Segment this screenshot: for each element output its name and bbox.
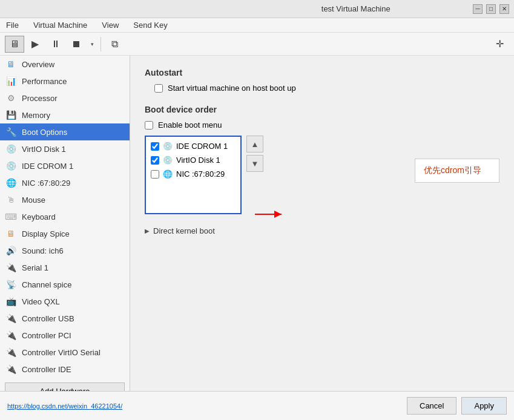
video-icon: 📺 xyxy=(5,295,17,307)
boot-device-virtio-disk-checkbox[interactable] xyxy=(151,156,159,165)
chevron-up-icon: ▲ xyxy=(251,140,259,149)
sidebar-item-keyboard[interactable]: ⌨ Keyboard xyxy=(0,208,130,225)
sidebar-item-display-spice-label: Display Spice xyxy=(22,229,70,238)
bottom-bar: https://blog.csdn.net/weixin_46221054/ C… xyxy=(0,391,514,420)
sidebar-item-controller-ide-label: Controller IDE xyxy=(22,365,71,374)
sidebar-item-performance[interactable]: 📊 Performance xyxy=(0,73,130,90)
ide-cdrom-icon: 💿 xyxy=(5,160,17,172)
boot-device-ide-cdrom-label: IDE CDROM 1 xyxy=(176,142,228,151)
direct-kernel-boot-label: Direct kernel boot xyxy=(153,226,215,235)
sidebar-item-video-qxl-label: Video QXL xyxy=(22,297,60,306)
sidebar-item-sound[interactable]: 🔊 Sound: ich6 xyxy=(0,242,130,259)
boot-device-virtio-disk-label: VirtIO Disk 1 xyxy=(176,156,220,165)
mouse-icon: 🖱 xyxy=(5,194,17,206)
bottom-bar-link[interactable]: https://blog.csdn.net/weixin_46221054/ xyxy=(7,402,122,410)
disk-device-icon: 💿 xyxy=(163,156,173,165)
sidebar-item-keyboard-label: Keyboard xyxy=(22,212,56,221)
enable-boot-menu-checkbox[interactable] xyxy=(145,121,153,130)
menu-bar: File Virtual Machine View Send Key xyxy=(0,18,514,33)
boot-device-nic-checkbox[interactable] xyxy=(151,170,159,179)
autostart-section: Autostart Start virtual machine on host … xyxy=(145,68,499,93)
main-area: 🖥 Overview 📊 Performance ⚙ Processor 💾 M… xyxy=(0,56,514,391)
toolbar-dropdown-btn[interactable]: ▾ xyxy=(87,36,97,53)
sidebar-item-controller-usb[interactable]: 🔌 Controller USB xyxy=(0,310,130,327)
sidebar-item-controller-pci[interactable]: 🔌 Controller PCI xyxy=(0,327,130,344)
sidebar-item-processor-label: Processor xyxy=(22,94,58,103)
sidebar-item-nic[interactable]: 🌐 NIC :67:80:29 xyxy=(0,174,130,191)
boot-device-arrows: ▲ ▼ xyxy=(246,136,263,172)
autostart-label: Start virtual machine on host boot up xyxy=(168,84,296,93)
toolbar-monitor-btn[interactable]: 🖥 xyxy=(5,36,24,53)
sound-icon: 🔊 xyxy=(5,244,17,257)
menu-send-key[interactable]: Send Key xyxy=(131,19,170,31)
maximize-button[interactable]: □ xyxy=(486,4,496,14)
direct-kernel-boot-row[interactable]: ▶ Direct kernel boot xyxy=(145,226,499,235)
boot-device-nic-label: NIC :67:80:29 xyxy=(176,169,225,179)
toolbar-stop-btn[interactable]: ⏹ xyxy=(67,36,86,53)
display-spice-icon: 🖥 xyxy=(5,228,17,240)
annotation-text: 优先cdrom引导 xyxy=(424,165,481,175)
boot-device-ide-cdrom-checkbox[interactable] xyxy=(151,142,159,151)
minimize-button[interactable]: ─ xyxy=(473,4,483,14)
sidebar-item-sound-label: Sound: ich6 xyxy=(22,246,64,255)
toolbar-separator xyxy=(100,37,101,51)
console-icon: ⧉ xyxy=(111,39,118,50)
sidebar-item-serial-label: Serial 1 xyxy=(22,263,48,272)
toolbar-play-btn[interactable]: ▶ xyxy=(25,36,45,53)
autostart-checkbox[interactable] xyxy=(154,84,163,93)
sidebar-item-controller-pci-label: Controller PCI xyxy=(22,331,71,340)
sidebar-item-nic-label: NIC :67:80:29 xyxy=(22,179,70,188)
red-arrow-indicator xyxy=(255,210,285,218)
sidebar-item-boot-options-label: Boot Options xyxy=(22,128,67,137)
menu-file[interactable]: File xyxy=(4,19,21,31)
sidebar-item-virtio-disk[interactable]: 💿 VirtIO Disk 1 xyxy=(0,140,130,157)
boot-options-icon: 🔧 xyxy=(5,126,17,138)
sidebar-item-boot-options[interactable]: 🔧 Boot Options xyxy=(0,123,130,140)
sidebar-item-memory[interactable]: 💾 Memory xyxy=(0,107,130,123)
sidebar-item-serial[interactable]: 🔌 Serial 1 xyxy=(0,259,130,276)
processor-icon: ⚙ xyxy=(5,92,17,104)
channel-icon: 📡 xyxy=(5,278,17,290)
stop-icon: ⏹ xyxy=(71,39,81,50)
cancel-button[interactable]: Cancel xyxy=(407,397,456,415)
toolbar-console-btn[interactable]: ⧉ xyxy=(105,36,124,53)
controller-ide-icon: 🔌 xyxy=(5,363,17,375)
move-down-button[interactable]: ▼ xyxy=(246,155,263,172)
enable-boot-menu-label: Enable boot menu xyxy=(158,120,222,130)
close-button[interactable]: ✕ xyxy=(499,4,509,14)
crosshair-icon: ✛ xyxy=(496,38,504,50)
serial-icon: 🔌 xyxy=(5,261,17,274)
sidebar-item-channel-spice[interactable]: 📡 Channel spice xyxy=(0,276,130,293)
sidebar-item-virtio-disk-label: VirtIO Disk 1 xyxy=(22,145,66,154)
toolbar-pause-btn[interactable]: ⏸ xyxy=(46,36,65,53)
boot-device-title: Boot device order xyxy=(145,105,499,114)
overview-icon: 🖥 xyxy=(5,58,17,70)
sidebar-item-mouse[interactable]: 🖱 Mouse xyxy=(0,191,130,208)
autostart-checkbox-row: Start virtual machine on host boot up xyxy=(154,84,499,93)
nic-icon: 🌐 xyxy=(5,177,17,189)
sidebar-item-controller-virtio-serial[interactable]: 🔌 Controller VirtIO Serial xyxy=(0,344,130,361)
sidebar: 🖥 Overview 📊 Performance ⚙ Processor 💾 M… xyxy=(0,56,130,391)
cdrom-device-icon: 💿 xyxy=(163,142,173,151)
sidebar-item-video-qxl[interactable]: 📺 Video QXL xyxy=(0,293,130,310)
triangle-collapsed-icon: ▶ xyxy=(145,228,150,234)
performance-icon: 📊 xyxy=(5,75,17,87)
sidebar-item-ide-cdrom[interactable]: 💿 IDE CDROM 1 xyxy=(0,157,130,174)
toolbar: 🖥 ▶ ⏸ ⏹ ▾ ⧉ ✛ xyxy=(0,33,514,56)
move-up-button[interactable]: ▲ xyxy=(246,136,263,153)
menu-virtual-machine[interactable]: Virtual Machine xyxy=(31,19,90,31)
sidebar-item-overview[interactable]: 🖥 Overview xyxy=(0,56,130,73)
sidebar-item-mouse-label: Mouse xyxy=(22,195,45,205)
sidebar-item-controller-ide[interactable]: 🔌 Controller IDE xyxy=(0,361,130,378)
boot-device-item-virtio-disk: 💿 VirtIO Disk 1 xyxy=(148,153,238,167)
enable-boot-menu-row: Enable boot menu xyxy=(145,120,499,130)
keyboard-icon: ⌨ xyxy=(5,211,17,223)
toolbar-crosshair-btn[interactable]: ✛ xyxy=(490,36,509,53)
boot-device-item-nic: 🌐 NIC :67:80:29 xyxy=(148,167,238,181)
sidebar-item-processor[interactable]: ⚙ Processor xyxy=(0,90,130,107)
add-hardware-button[interactable]: Add Hardware xyxy=(5,382,125,391)
window-controls: ─ □ ✕ xyxy=(473,4,509,14)
menu-view[interactable]: View xyxy=(99,19,121,31)
sidebar-item-display-spice[interactable]: 🖥 Display Spice xyxy=(0,225,130,242)
apply-button[interactable]: Apply xyxy=(461,397,507,415)
